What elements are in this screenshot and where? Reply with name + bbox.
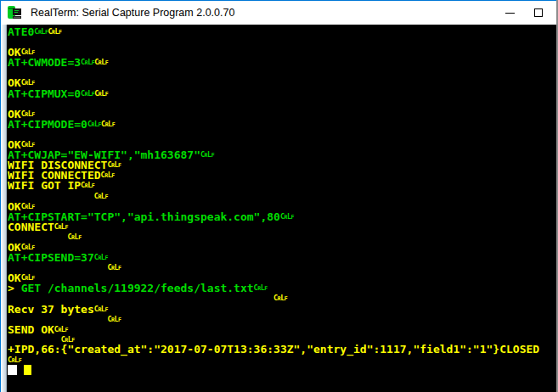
cursor-block	[24, 365, 31, 375]
crlf-marker: CRLF	[21, 140, 35, 148]
terminal-output: ATE0CRLFCRLFOKCRLFAT+CWMODE=3CRLFCRLFOKC…	[8, 26, 556, 375]
cursor-block	[8, 365, 17, 375]
crlf-marker: CRLF	[21, 243, 35, 251]
crlf-marker: CRLF	[273, 294, 287, 302]
terminal-line: ATE0CRLFCRLF	[8, 26, 556, 36]
crlf-marker: CRLF	[101, 171, 115, 179]
terminal-line: CRLF	[8, 314, 556, 324]
crlf-marker: CRLF	[81, 181, 94, 189]
terminal-line: CRLF	[8, 232, 556, 242]
terminal-line: OKCRLF	[8, 109, 556, 119]
terminal-text: +IPD,66:{"created_at":"2017-07-07T13:36:…	[8, 343, 539, 356]
crlf-marker: CRLF	[54, 325, 68, 333]
crlf-marker: CRLF	[21, 48, 35, 56]
crlf-marker: CRLF	[67, 232, 81, 241]
crlf-marker: CRLF	[107, 263, 121, 272]
scrollback-scrollbar[interactable]	[1, 25, 7, 392]
terminal-line	[8, 36, 556, 47]
crlf-marker: CRLF	[94, 58, 108, 66]
terminal-line: AT+CWMODE=3CRLFCRLF	[8, 57, 556, 67]
crlf-marker: CRLF	[107, 160, 121, 169]
terminal-line: CRLF	[8, 262, 556, 272]
terminal-line: CONNECTCRLF	[8, 221, 556, 232]
crlf-marker: CRLF	[87, 120, 101, 128]
crlf-marker: CRLF	[107, 315, 121, 323]
terminal-text: ATE0	[8, 25, 34, 38]
window-title: RealTerm: Serial Capture Program 2.0.0.7…	[31, 7, 495, 19]
terminal-line: +IPD,66:{"created_at":"2017-07-07T13:36:…	[8, 344, 556, 355]
crlf-marker: CRLF	[94, 305, 108, 313]
crlf-marker: CRLF	[94, 192, 108, 200]
terminal-line	[8, 365, 556, 375]
window-controls	[495, 3, 553, 23]
crlf-marker: CRLF	[21, 273, 35, 282]
terminal-text	[17, 363, 24, 376]
minimize-icon	[505, 13, 515, 14]
crlf-marker: CRLF	[94, 89, 108, 98]
terminal-line: OKCRLF	[8, 47, 556, 57]
crlf-marker: CRLF	[54, 222, 68, 231]
terminal-text: AT+CIPMUX=0	[8, 87, 81, 99]
crlf-marker: CRLF	[254, 283, 268, 292]
crlf-marker: CRLF	[48, 27, 61, 36]
crlf-marker: CRLF	[200, 150, 214, 159]
crlf-marker: CRLF	[21, 109, 35, 118]
terminal-line: CRLF	[8, 191, 556, 201]
terminal-display[interactable]: ATE0CRLFCRLFOKCRLFAT+CWMODE=3CRLFCRLFOKC…	[1, 25, 556, 392]
crlf-marker: CRLF	[101, 120, 115, 128]
realterm-app-icon	[6, 4, 23, 21]
crlf-marker: CRLF	[21, 202, 35, 210]
terminal-line: OKCRLF	[8, 77, 556, 87]
minimize-button[interactable]	[495, 3, 524, 23]
crlf-marker: CRLF	[94, 253, 108, 261]
terminal-line: AT+CIPSTART="TCP","api.thingspeak.com",8…	[8, 211, 556, 221]
terminal-text: AT+CIPMODE=0	[8, 117, 87, 130]
crlf-marker: CRLF	[21, 78, 35, 87]
terminal-text: AT+CWMODE=3	[8, 56, 81, 69]
titlebar[interactable]: RealTerm: Serial Capture Program 2.0.0.7…	[1, 0, 556, 25]
crlf-marker: CRLF	[81, 58, 94, 66]
terminal-line	[8, 67, 556, 77]
maximize-button[interactable]	[524, 3, 553, 23]
crlf-marker: CRLF	[34, 27, 48, 36]
maximize-icon	[534, 8, 543, 17]
crlf-marker: CRLF	[81, 89, 94, 98]
terminal-line: AT+CIPMUX=0CRLFCRLF	[8, 88, 556, 98]
crlf-marker: CRLF	[280, 212, 294, 221]
terminal-line: AT+CIPMODE=0CRLFCRLF	[8, 119, 556, 129]
terminal-line: WIFI CONNECTEDCRLF	[8, 170, 556, 180]
terminal-line: SEND OKCRLF	[8, 324, 556, 334]
terminal-line	[8, 98, 556, 109]
scrollbar-thumb[interactable]	[1, 25, 6, 392]
terminal-line: CRLF	[8, 355, 556, 365]
realterm-window: RealTerm: Serial Capture Program 2.0.0.7…	[0, 0, 558, 392]
terminal-line	[8, 129, 556, 139]
